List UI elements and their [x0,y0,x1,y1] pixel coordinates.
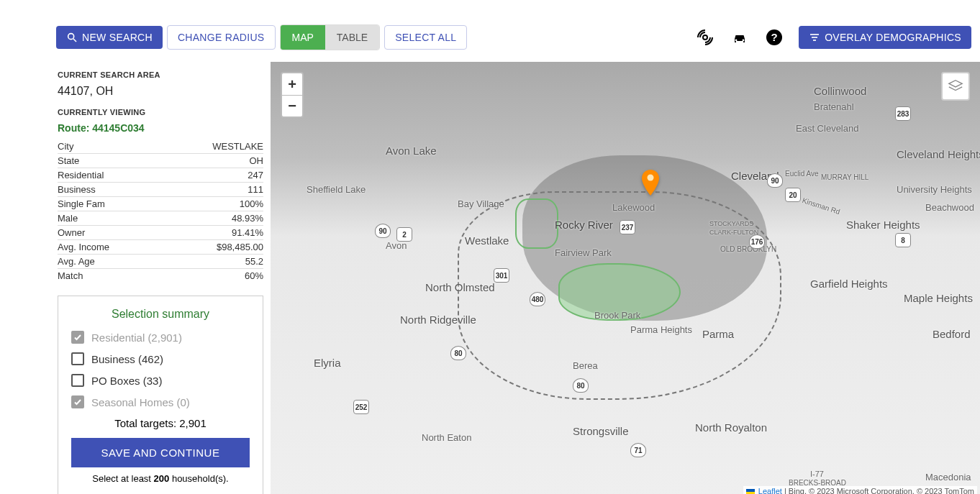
ukraine-flag-icon [746,489,755,494]
stat-row: CityWESTLAKE [58,139,263,154]
currently-viewing-label: CURRENTLY VIEWING [58,108,263,116]
route-shield: 237 [620,220,635,234]
seasonal-checkbox-row: Seasonal Homes (0) [71,395,250,408]
svg-text:?: ? [771,31,778,43]
city-label: Macedonia [925,472,971,482]
stat-row: StateOH [58,154,263,168]
neighborhood-label: CLARK-FULTON [709,229,758,236]
road-label: Euclid Ave [785,170,819,178]
city-label: North Ridgeville [400,314,476,326]
new-search-button[interactable]: NEW SEARCH [56,26,163,49]
highway-shield: 80 [450,346,466,360]
city-label: Collinwood [814,85,866,97]
svg-point-3 [735,40,738,42]
city-label: North Olmsted [425,281,495,293]
summary-title: Selection summary [71,308,250,321]
highway-shield: 176 [749,234,765,249]
map-tab[interactable]: MAP [281,25,325,50]
svg-marker-10 [949,81,962,87]
overlay-demographics-label: OVERLAY DEMOGRAPHICS [825,32,961,43]
select-all-button[interactable]: SELECT ALL [384,25,467,50]
change-radius-button[interactable]: CHANGE RADIUS [167,25,276,50]
svg-point-2 [703,35,707,40]
map-canvas[interactable]: + − Avon Lake Sheffield Lake Bay Village… [271,62,980,494]
highway-shield: 71 [630,443,646,457]
road-label: Kinsman Rd [802,196,841,216]
neighborhood-label: OLD BROOKLYN [720,245,776,253]
filter-icon [809,32,820,43]
seasonal-checkbox [71,395,84,408]
business-checkbox[interactable] [71,352,84,365]
city-label: Fairview Park [555,247,612,258]
poboxes-checkbox[interactable] [71,374,84,387]
city-label: Shaker Heights [846,219,920,231]
city-label: Brook Park [594,310,640,321]
car-icon[interactable] [730,27,750,47]
stat-row: Male48.93% [58,211,263,226]
search-area-zip: 44107, OH [58,85,263,98]
road-label: I-77 [810,470,824,478]
city-label: Avon Lake [386,145,437,157]
new-search-label: NEW SEARCH [82,32,153,43]
current-search-area-label: CURRENT SEARCH AREA [58,70,263,79]
view-toggle: MAP TABLE [280,24,381,50]
highway-shield: 90 [767,173,783,188]
city-label: Maple Heights [904,292,973,304]
route-shield: 20 [785,188,801,202]
layers-control[interactable] [941,72,970,101]
city-label: University Heights [897,184,972,195]
selected-route-outline[interactable] [515,198,558,249]
zoom-in-button[interactable]: + [282,73,302,95]
leaflet-link[interactable]: Leaflet [758,487,782,494]
highway-shield: 80 [573,378,589,393]
stat-row: Avg. Age55.2 [58,255,263,269]
map-attribution: Leaflet | Bing, © 2023 Microsoft Corpora… [743,486,977,494]
layers-icon [948,78,963,94]
radar-icon[interactable] [695,27,715,47]
route-shield: 252 [353,400,369,414]
header-right: ? OVERLAY DEMOGRAPHICS [695,26,971,49]
residential-checkbox-row: Residential (2,901) [71,331,250,344]
content: CURRENT SEARCH AREA 44107, OH CURRENTLY … [0,62,980,494]
overlay-demographics-button[interactable]: OVERLAY DEMOGRAPHICS [799,26,971,49]
city-label: Elyria [314,357,341,369]
svg-point-4 [743,40,745,42]
route-id: Route: 44145C034 [58,122,263,134]
svg-line-1 [73,39,76,42]
city-label: North Royalton [695,421,767,434]
search-icon [66,32,78,43]
route-shield: 2 [396,227,412,242]
highway-shield: 90 [375,224,391,238]
route-shield: 8 [895,233,911,247]
city-label: Bratenahl [814,101,854,112]
route-shield: 283 [895,106,911,121]
city-label: Bay Village [458,198,504,209]
stat-row: Avg. Income$98,485.00 [58,240,263,255]
help-icon[interactable]: ? [764,27,784,47]
city-label: North Eaton [422,432,471,443]
zoom-out-button[interactable]: − [282,95,302,116]
save-and-continue-button[interactable]: SAVE AND CONTINUE [71,438,250,467]
map-marker[interactable] [641,170,660,196]
stat-row: Single Fam100% [58,197,263,211]
city-label: Beachwood [925,202,974,213]
city-label: Garfield Heights [810,278,888,290]
city-label: Parma Heights [630,324,692,335]
business-checkbox-row[interactable]: Business (462) [71,352,250,365]
neighborhood-label: STOCKYARDS [709,220,753,227]
selection-summary-card: Selection summary Residential (2,901) Bu… [58,296,263,494]
table-tab[interactable]: TABLE [325,25,379,50]
stat-row: Residential247 [58,168,263,183]
route-shield: 301 [494,268,509,283]
city-label: East Cleveland [796,123,858,134]
city-label: Cleveland Heights [897,148,980,160]
city-label: Parma [702,328,734,340]
poboxes-checkbox-row[interactable]: PO Boxes (33) [71,374,250,387]
city-label: Rocky River [555,219,613,231]
residential-checkbox [71,331,84,344]
business-label: Business (462) [91,353,163,365]
svg-point-0 [68,34,74,40]
stat-row: Match60% [58,269,263,283]
zoom-control: + − [281,72,304,118]
city-label: Avon [386,240,407,251]
